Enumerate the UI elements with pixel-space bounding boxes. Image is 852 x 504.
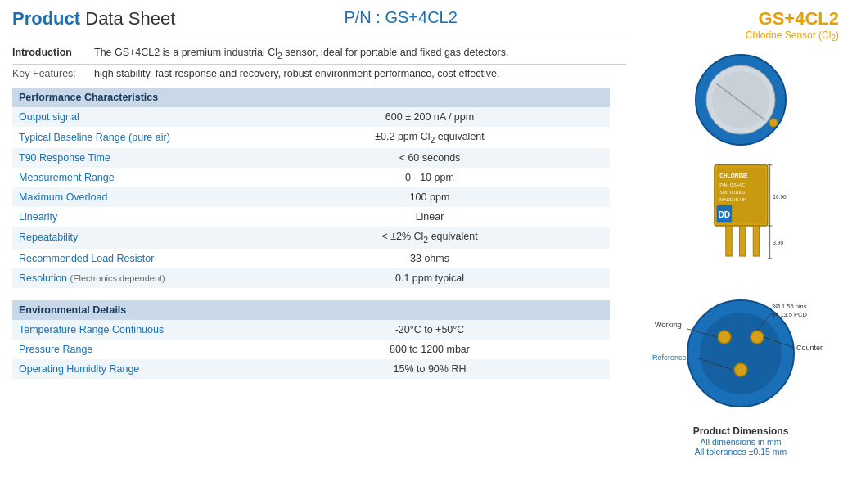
environmental-title: Environmental Details	[12, 300, 610, 320]
svg-text:P/N: GS+4C: P/N: GS+4C	[719, 182, 745, 187]
svg-rect-14	[740, 226, 746, 256]
table-row: Temperature Range Continuous -20°C to +5…	[12, 320, 610, 340]
table-row: Pressure Range 800 to 1200 mbar	[12, 340, 610, 359]
sensor-top-view	[692, 51, 790, 149]
svg-point-4	[769, 119, 778, 127]
row-value: 800 to 1200 mbar	[250, 340, 610, 359]
table-row: Output signal 600 ± 200 nA / ppm	[12, 107, 610, 127]
environmental-table: Environmental Details Temperature Range …	[12, 300, 610, 379]
row-value: 100 ppm	[250, 187, 610, 207]
svg-rect-15	[753, 226, 759, 256]
table-row: Recommended Load Resistor 33 ohms	[12, 249, 610, 268]
sensor-bottom-diagram: Working Reference Counter 3Ø 1.55 pins o…	[651, 276, 831, 417]
svg-text:3Ø 1.55 pins: 3Ø 1.55 pins	[772, 303, 807, 310]
intro-section: Introduction The GS+4CL2 is a premium in…	[12, 47, 626, 79]
svg-point-25	[718, 331, 731, 344]
svg-text:Reference: Reference	[652, 353, 687, 362]
svg-text:on 13.5 PCD: on 13.5 PCD	[772, 311, 808, 318]
page-header: Product Data Sheet P/N : GS+4CL2	[12, 8, 626, 34]
svg-text:Working: Working	[655, 321, 682, 329]
product-badge: GS+4CL2 Chlorine Sensor (Cl2)	[746, 8, 839, 43]
row-label: Operating Humidity Range	[12, 359, 250, 379]
row-label: Temperature Range Continuous	[12, 320, 250, 340]
table-row: Maximum Overload 100 ppm	[12, 187, 610, 207]
svg-text:MADE IN UK: MADE IN UK	[719, 198, 746, 203]
svg-point-27	[734, 363, 747, 376]
svg-point-26	[751, 331, 764, 344]
table-row: Repeatability < ±2% Cl2 equivalent	[12, 227, 610, 249]
badge-name: Chlorine Sensor (Cl2)	[746, 29, 839, 43]
svg-text:Counter: Counter	[796, 344, 823, 352]
row-value: 600 ± 200 nA / ppm	[250, 107, 610, 127]
intro-label: Introduction	[12, 47, 94, 61]
row-value: < ±2% Cl2 equivalent	[250, 227, 610, 249]
row-label: Recommended Load Resistor	[12, 249, 250, 268]
key-features-label: Key Features:	[12, 68, 94, 79]
row-value: ±0.2 ppm Cl2 equivalent	[250, 127, 610, 149]
key-features-row: Key Features: high stability, fast respo…	[12, 64, 626, 79]
title-product: Product	[12, 8, 80, 29]
sensor-side-view: CHLORINE P/N: GS+4C S/N: 001000 MADE IN …	[700, 161, 790, 268]
row-label: Resolution (Electronics dependent)	[12, 268, 250, 288]
performance-table: Performance Characteristics Output signa…	[12, 88, 610, 288]
key-features-text: high stability, fast response and recove…	[94, 68, 499, 79]
svg-point-24	[700, 313, 782, 394]
row-value: < 60 seconds	[250, 148, 610, 168]
intro-row: Introduction The GS+4CL2 is a premium in…	[12, 47, 626, 61]
dimensions-sub2: All tolerances ±0.15 mm	[695, 447, 787, 457]
performance-title: Performance Characteristics	[12, 88, 610, 107]
part-number-header: P/N : GS+4CL2	[175, 8, 626, 27]
page-title: Product Data Sheet	[12, 8, 175, 29]
row-label: Linearity	[12, 207, 250, 227]
table-row: Operating Humidity Range 15% to 90% RH	[12, 359, 610, 379]
right-panel: GS+4CL2 Chlorine Sensor (Cl2) CHLORINE P…	[626, 8, 839, 457]
svg-text:3.90: 3.90	[773, 241, 783, 246]
row-label: Maximum Overload	[12, 187, 250, 207]
row-value: 15% to 90% RH	[250, 359, 610, 379]
performance-table-header: Performance Characteristics	[12, 88, 610, 107]
svg-text:DD: DD	[719, 210, 731, 219]
intro-text: The GS+4CL2 is a premium industrial Cl2 …	[94, 47, 508, 61]
svg-text:S/N: 001000: S/N: 001000	[719, 190, 745, 195]
row-value: 0.1 ppm typical	[250, 268, 610, 288]
dimensions-title: Product Dimensions	[693, 425, 789, 437]
table-row: Measurement Range 0 - 10 ppm	[12, 168, 610, 187]
dimensions-sub1: All dimensions in mm	[700, 437, 781, 447]
table-row: T90 Response Time < 60 seconds	[12, 148, 610, 168]
row-label: Measurement Range	[12, 168, 250, 187]
sensor-bottom-view: Working Reference Counter 3Ø 1.55 pins o…	[651, 276, 831, 415]
row-value: Linear	[250, 207, 610, 227]
svg-rect-13	[726, 226, 732, 256]
row-value: -20°C to +50°C	[250, 320, 610, 340]
left-content: Product Data Sheet P/N : GS+4CL2 Introdu…	[12, 8, 626, 457]
row-value: 0 - 10 ppm	[250, 168, 610, 187]
table-row: Linearity Linear	[12, 207, 610, 227]
row-value: 33 ohms	[250, 249, 610, 268]
row-label: Repeatability	[12, 227, 250, 249]
svg-text:CHLORINE: CHLORINE	[719, 173, 748, 179]
row-label: Output signal	[12, 107, 250, 127]
badge-pn: GS+4CL2	[759, 8, 839, 29]
table-row: Typical Baseline Range (pure air) ±0.2 p…	[12, 127, 610, 149]
svg-text:16.90: 16.90	[773, 195, 787, 200]
title-rest: Data Sheet	[80, 8, 175, 29]
environmental-table-header: Environmental Details	[12, 300, 610, 320]
table-row: Resolution (Electronics dependent) 0.1 p…	[12, 268, 610, 288]
row-label: Typical Baseline Range (pure air)	[12, 127, 250, 149]
row-label: T90 Response Time	[12, 148, 250, 168]
svg-point-2	[712, 71, 769, 128]
row-label: Pressure Range	[12, 340, 250, 359]
